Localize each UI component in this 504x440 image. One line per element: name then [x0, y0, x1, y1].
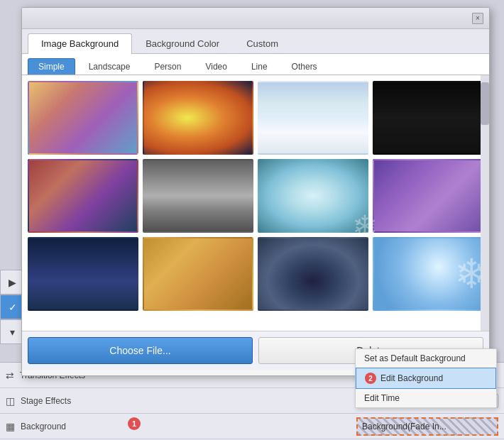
- thumbnail-6[interactable]: [143, 159, 253, 233]
- edit-background-label: Edit Background: [380, 373, 443, 383]
- tab-landscape[interactable]: Landscape: [78, 58, 141, 75]
- thumbnail-7[interactable]: ❄ ❄ ❄ ❄ ❄ ❄: [258, 159, 368, 233]
- background-row: ▦ Background 1 Background(Fade In...: [0, 414, 504, 439]
- bg-item-label: Background(Fade In...: [362, 422, 447, 431]
- scrollbar-track[interactable]: [481, 75, 489, 331]
- badge-2: 2: [365, 373, 376, 384]
- snowflake-overlay: ❄ ❄ ❄ ❄ ❄ ❄: [259, 160, 368, 233]
- image-grid-container: ❄ ❄ ❄ ❄ ❄ ❄: [22, 75, 489, 331]
- set-default-bg-menu-item[interactable]: Set as Default Background: [356, 349, 496, 368]
- tab-video[interactable]: Video: [195, 58, 237, 75]
- edit-time-menu-item[interactable]: Edit Time: [356, 389, 496, 407]
- tab-person[interactable]: Person: [143, 58, 192, 75]
- dialog: × Image Background Background Color Cust…: [21, 7, 490, 376]
- stage-icon: ◫: [6, 395, 15, 407]
- svg-text:❄: ❄: [352, 209, 368, 233]
- close-button[interactable]: ×: [472, 13, 483, 24]
- dialog-titlebar: ×: [22, 8, 489, 29]
- image-grid: ❄ ❄ ❄ ❄ ❄ ❄: [28, 81, 483, 311]
- context-menu: Set as Default Background 2 Edit Backgro…: [355, 348, 497, 408]
- tab-line[interactable]: Line: [241, 58, 278, 75]
- choose-file-button[interactable]: Choose File...: [28, 337, 253, 364]
- tab-simple[interactable]: Simple: [28, 58, 75, 75]
- badge-1: 1: [128, 417, 141, 430]
- background-label: Background: [21, 422, 351, 431]
- thumbnail-4[interactable]: [373, 81, 483, 155]
- edit-time-label: Edit Time: [364, 393, 400, 403]
- thumbnail-3[interactable]: [258, 81, 368, 155]
- thumbnail-1[interactable]: [28, 81, 138, 155]
- edit-background-menu-item[interactable]: 2 Edit Background: [356, 368, 496, 389]
- tab-custom[interactable]: Custom: [233, 33, 292, 53]
- thumbnail-2[interactable]: [143, 81, 253, 155]
- tab-others[interactable]: Others: [281, 58, 328, 75]
- background-icon: ▦: [6, 421, 15, 432]
- background-item[interactable]: Background(Fade In...: [356, 417, 498, 436]
- top-tab-bar: Image Background Background Color Custom: [22, 29, 489, 54]
- tab-background-color[interactable]: Background Color: [132, 33, 233, 53]
- thumbnail-5[interactable]: [28, 159, 138, 233]
- tab-image-background[interactable]: Image Background: [28, 33, 132, 54]
- thumbnail-10[interactable]: [143, 237, 253, 311]
- thumbnail-9[interactable]: [28, 237, 138, 311]
- scrollbar-thumb[interactable]: [481, 82, 489, 125]
- set-default-label: Set as Default Background: [364, 353, 466, 363]
- transition-icon: ⇄: [6, 370, 14, 381]
- sub-tab-bar: Simple Landscape Person Video Line Other…: [22, 54, 489, 75]
